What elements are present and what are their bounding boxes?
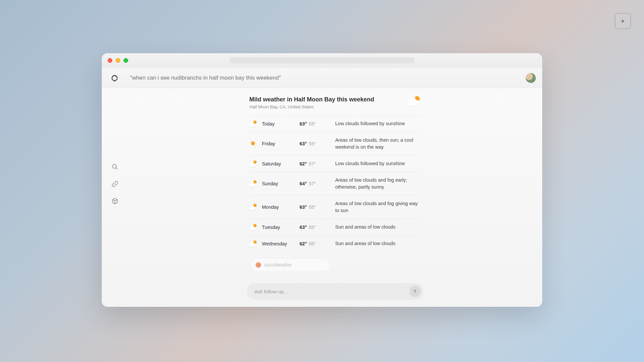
partly-cloudy-icon xyxy=(407,96,421,107)
traffic-lights xyxy=(108,58,128,63)
temp-high: 63° xyxy=(300,141,307,146)
temps: 63°55° xyxy=(300,121,334,127)
temps: 63°55° xyxy=(300,225,334,230)
temps: 62°57° xyxy=(300,161,334,166)
arrow-up-icon xyxy=(412,289,418,294)
header: "when can i see nudibranchs in half moon… xyxy=(102,68,542,88)
brand-icon[interactable] xyxy=(110,73,120,83)
weather-card: Mild weather in Half Moon Bay this weeke… xyxy=(249,96,421,272)
forecast-row: Monday63°55°Areas of low clouds and fog … xyxy=(249,195,421,219)
window-zoom-button[interactable] xyxy=(124,58,128,63)
send-button[interactable] xyxy=(410,286,421,297)
play-icon xyxy=(620,18,626,24)
body: Mild weather in Half Moon Bay this weeke… xyxy=(102,88,542,307)
weather-title: Mild weather in Half Moon Bay this weeke… xyxy=(249,96,374,103)
play-button[interactable] xyxy=(615,13,631,29)
forecast-desc: Sun and areas of low clouds xyxy=(335,240,421,247)
weather-card-header: Mild weather in Half Moon Bay this weeke… xyxy=(249,96,421,115)
forecast-row: Wednesday62°55°Sun and areas of low clou… xyxy=(249,235,421,252)
package-icon xyxy=(111,198,119,205)
temps: 62°55° xyxy=(300,241,334,246)
source-label: AccuWeather xyxy=(264,262,292,268)
temp-low: 57° xyxy=(309,161,316,166)
sidebar-link-button[interactable] xyxy=(110,179,120,189)
forecast-row: Today63°55°Low clouds followed by sunshi… xyxy=(249,116,421,132)
window-close-button[interactable] xyxy=(108,58,112,63)
temps: 63°55° xyxy=(300,141,334,146)
temps: 63°55° xyxy=(300,204,334,210)
temp-high: 63° xyxy=(300,204,307,210)
temp-high: 62° xyxy=(300,241,307,246)
sidebar xyxy=(102,88,128,307)
partly-cloudy-icon xyxy=(249,224,257,230)
app-window: "when can i see nudibranchs in half moon… xyxy=(102,53,542,307)
svg-point-1 xyxy=(113,164,117,168)
forecast-desc: Areas of low clouds and fog giving way t… xyxy=(335,200,421,214)
search-icon xyxy=(111,163,119,170)
temp-low: 55° xyxy=(309,241,316,246)
temp-high: 63° xyxy=(300,225,307,230)
window-minimize-button[interactable] xyxy=(116,58,120,63)
partly-cloudy-icon xyxy=(249,181,257,187)
weather-location: Half Moon Bay, CA, United States xyxy=(249,104,374,109)
day-label: Tuesday xyxy=(262,225,298,230)
titlebar xyxy=(102,53,542,68)
partly-cloudy-icon xyxy=(249,161,257,167)
partly-cloudy-icon xyxy=(249,241,257,247)
temp-low: 55° xyxy=(309,204,316,210)
avatar[interactable] xyxy=(526,73,536,83)
partly-cloudy-icon xyxy=(249,121,257,127)
day-label: Sunday xyxy=(262,181,298,186)
sidebar-search-button[interactable] xyxy=(110,162,120,171)
day-label: Monday xyxy=(262,204,298,210)
day-label: Wednesday xyxy=(262,241,298,246)
content: Mild weather in Half Moon Bay this weeke… xyxy=(128,88,542,307)
partly-cloudy-icon xyxy=(249,204,257,210)
temp-low: 57° xyxy=(309,181,316,186)
svg-line-2 xyxy=(116,168,117,169)
temp-high: 63° xyxy=(300,121,307,127)
temp-low: 55° xyxy=(309,225,316,230)
sidebar-package-button[interactable] xyxy=(110,197,120,206)
temp-low: 55° xyxy=(309,121,316,127)
temps: 64°57° xyxy=(300,181,334,186)
forecast-desc: Sun and areas of low clouds xyxy=(335,224,421,231)
forecast-row: Friday63°55°Areas of low clouds, then su… xyxy=(249,132,421,155)
forecast-desc: Low clouds followed by sunshine xyxy=(335,120,421,127)
day-label: Today xyxy=(262,121,298,127)
followup-bar xyxy=(247,283,423,300)
temp-high: 64° xyxy=(300,181,307,186)
forecast-desc: Areas of low clouds, then sun; a cool we… xyxy=(335,137,421,151)
forecast-desc: Low clouds followed by sunshine xyxy=(335,160,421,167)
temp-high: 62° xyxy=(300,161,307,166)
link-icon xyxy=(111,180,119,188)
source-chip[interactable]: AccuWeather xyxy=(251,258,330,272)
day-label: Friday xyxy=(262,141,298,146)
forecast-row: Saturday62°57°Low clouds followed by sun… xyxy=(249,155,421,172)
temp-low: 55° xyxy=(309,141,316,146)
day-label: Saturday xyxy=(262,161,298,166)
query-text: "when can i see nudibranchs in half moon… xyxy=(130,75,526,81)
openai-knot-icon xyxy=(110,73,120,83)
forecast-desc: Areas of low clouds and fog early; other… xyxy=(335,177,421,191)
titlebar-address xyxy=(230,57,414,63)
forecast-list: Today63°55°Low clouds followed by sunshi… xyxy=(249,115,421,252)
source-favicon xyxy=(256,262,261,268)
svg-point-0 xyxy=(112,75,117,81)
forecast-row: Tuesday63°55°Sun and areas of low clouds xyxy=(249,219,421,235)
sunny-icon xyxy=(249,141,257,147)
forecast-row: Sunday64°57°Areas of low clouds and fog … xyxy=(249,172,421,195)
followup-input[interactable] xyxy=(254,289,410,294)
